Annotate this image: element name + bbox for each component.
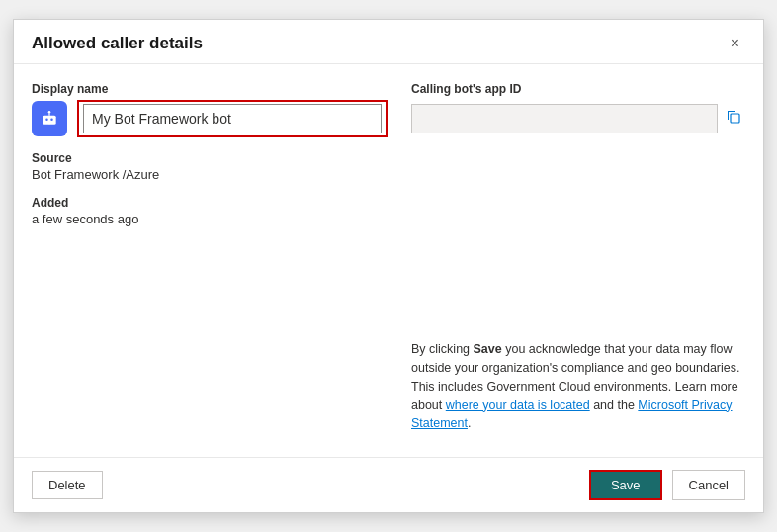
right-panel: Calling bot's app ID By clicking Save yo… <box>411 82 745 445</box>
dialog-footer: Delete Save Cancel <box>14 457 763 512</box>
close-button[interactable]: × <box>725 34 745 53</box>
dialog-title: Allowed caller details <box>32 34 203 53</box>
display-name-input[interactable] <box>83 104 382 133</box>
svg-rect-5 <box>731 114 739 123</box>
bot-svg-icon <box>40 109 59 129</box>
bot-row <box>32 100 388 137</box>
allowed-caller-dialog: Allowed caller details × Display name <box>13 19 764 513</box>
copy-icon <box>726 109 741 125</box>
app-id-row <box>411 104 745 133</box>
added-section: Added a few seconds ago <box>32 196 388 226</box>
data-location-link[interactable]: where your data is located <box>446 399 590 412</box>
display-name-box <box>77 100 388 137</box>
bot-icon <box>32 101 67 136</box>
display-name-group: Display name <box>32 82 388 137</box>
footer-right: Save Cancel <box>589 470 745 500</box>
source-value: Bot Framework /Azure <box>32 167 388 182</box>
app-id-group: Calling bot's app ID <box>411 82 745 133</box>
app-id-label: Calling bot's app ID <box>411 82 745 96</box>
svg-point-2 <box>50 119 53 122</box>
source-section: Source Bot Framework /Azure <box>32 151 388 182</box>
save-button[interactable]: Save <box>589 470 662 500</box>
dialog-body: Display name <box>14 64 763 445</box>
notice-text: By clicking Save you acknowledge that yo… <box>411 340 745 445</box>
delete-button[interactable]: Delete <box>32 471 103 499</box>
svg-point-1 <box>45 119 48 122</box>
dialog-header: Allowed caller details × <box>14 20 763 64</box>
copy-app-id-button[interactable] <box>722 105 745 133</box>
added-label: Added <box>32 196 388 210</box>
added-value: a few seconds ago <box>32 212 388 226</box>
app-id-input[interactable] <box>411 104 718 133</box>
svg-point-4 <box>48 111 51 114</box>
source-label: Source <box>32 151 388 165</box>
left-panel: Display name <box>32 82 388 445</box>
svg-rect-0 <box>43 116 55 125</box>
display-name-label: Display name <box>32 82 388 96</box>
cancel-button[interactable]: Cancel <box>672 470 745 500</box>
